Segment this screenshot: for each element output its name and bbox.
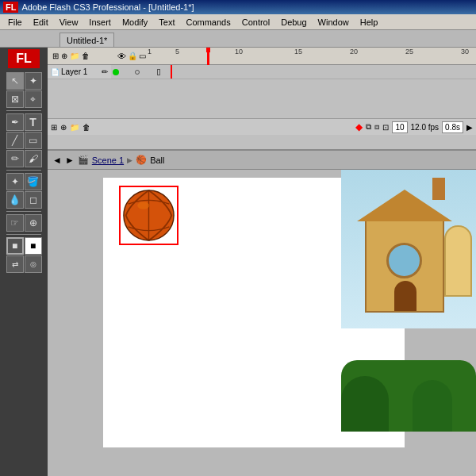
- default-colors[interactable]: ◎: [25, 255, 42, 273]
- tree-detail-2: [413, 380, 452, 432]
- timeline-header: ⊞ ⊕ 📁 🗑 👁 🔒 ▭ 1 5 10 15 20 25: [48, 48, 476, 65]
- nav-fwd-icon[interactable]: ►: [65, 155, 75, 166]
- tl-expand-icon: ⊕: [61, 52, 67, 60]
- tl-scroll-right[interactable]: ▶: [466, 123, 473, 132]
- menu-commands[interactable]: Commands: [181, 16, 235, 29]
- text-tool[interactable]: T: [25, 113, 42, 131]
- tl-ctrl-folder: 📁: [70, 123, 79, 132]
- main-layout: FL ↖ ✦ ⊠ ⌖ ✒ T ╱ ▭ ✏ 🖌 ✦ 🪣 💧 ◻: [0, 48, 476, 476]
- tool-sep-4: [6, 234, 41, 235]
- ruler-5: 5: [175, 48, 179, 56]
- eraser-tool[interactable]: ◻: [25, 191, 42, 209]
- eyedropper-tool[interactable]: 💧: [6, 191, 24, 209]
- house-door: [394, 281, 416, 311]
- pencil-icon: ✏: [102, 67, 108, 76]
- color-row-1: ■ ■: [6, 237, 42, 255]
- time-display: 0.8s: [442, 121, 463, 133]
- swap-colors[interactable]: ⇄: [6, 255, 24, 273]
- current-symbol: Ball: [150, 155, 164, 165]
- playhead[interactable]: [207, 48, 209, 65]
- stroke-color[interactable]: ■: [6, 237, 24, 255]
- house-silo: [444, 225, 472, 297]
- pen-tool[interactable]: ✒: [6, 113, 24, 131]
- tl-copy-frames[interactable]: ⧉: [366, 122, 371, 132]
- ruler-30: 30: [461, 48, 469, 56]
- left-toolbar: FL ↖ ✦ ⊠ ⌖ ✒ T ╱ ▭ ✏ 🖌 ✦ 🪣 💧 ◻: [0, 48, 48, 476]
- ruler-25: 25: [405, 48, 413, 56]
- color-row-2: ⇄ ◎: [6, 255, 42, 273]
- tl-frame-icon: ▭: [139, 52, 146, 60]
- brush-tool[interactable]: 🖌: [25, 150, 42, 167]
- menu-edit[interactable]: Edit: [29, 16, 53, 29]
- fl-logo: FL: [3, 2, 18, 13]
- tool-row-8: ☞ ⊕: [6, 214, 42, 232]
- menu-bar: File Edit View Insert Modify Text Comman…: [0, 14, 476, 30]
- tl-eye-icon: 👁: [117, 52, 126, 61]
- document-tab[interactable]: Untitled-1*: [60, 33, 114, 47]
- select-tool[interactable]: ↖: [6, 72, 24, 90]
- timeline-area: ⊞ ⊕ 📁 🗑 👁 🔒 ▭ 1 5 10 15 20 25: [48, 48, 476, 151]
- ruler-1: 1: [148, 48, 152, 56]
- tl-onion-skin[interactable]: ⊡: [382, 123, 389, 132]
- lasso-tool[interactable]: ⌖: [25, 90, 42, 108]
- menu-modify[interactable]: Modify: [117, 16, 152, 29]
- bucket-tool[interactable]: 🪣: [25, 173, 42, 190]
- menu-text[interactable]: Text: [154, 16, 179, 29]
- fill-color[interactable]: ■: [25, 237, 42, 255]
- ball-icon: 🏀: [136, 155, 147, 165]
- svg-point-1: [137, 202, 149, 209]
- canvas-area[interactable]: [48, 170, 476, 476]
- layer-label[interactable]: Layer 1: [61, 67, 87, 76]
- nav-back-icon[interactable]: ◄: [52, 155, 62, 166]
- timeline-layer: 📄 Layer 1 ✏: [48, 65, 476, 79]
- house-window: [386, 243, 422, 278]
- tool-sep-1: [6, 110, 41, 111]
- tab-bar: Untitled-1*: [0, 30, 476, 48]
- tl-trash-icon[interactable]: 🗑: [82, 52, 90, 60]
- tool-row-2: ⊠ ⌖: [6, 90, 42, 108]
- menu-help[interactable]: Help: [355, 16, 383, 29]
- tl-add-keyframe[interactable]: ◆: [355, 121, 363, 132]
- tool-row-5: ✏ 🖌: [6, 150, 42, 167]
- basketball-svg: [122, 189, 175, 242]
- scene-icon: 🎬: [78, 155, 89, 165]
- pencil-tool[interactable]: ✏: [6, 150, 24, 167]
- house-chimney: [432, 178, 445, 200]
- frame-hollow: [135, 70, 140, 75]
- breadcrumb-bar: ◄ ► 🎬 Scene 1 ▶ 🏀 Ball: [48, 151, 476, 170]
- tl-lock-icon: 🔒: [128, 52, 137, 60]
- layer-icon: 📄: [51, 68, 60, 76]
- subselect-tool[interactable]: ✦: [25, 72, 42, 90]
- line-tool[interactable]: ╱: [6, 132, 24, 149]
- menu-window[interactable]: Window: [313, 16, 354, 29]
- menu-debug[interactable]: Debug: [276, 16, 311, 29]
- house-background: [341, 170, 476, 432]
- breadcrumb-sep: ▶: [127, 156, 132, 164]
- tl-ctrl-grid: ⊞: [51, 123, 57, 132]
- basketball-selection[interactable]: [119, 186, 178, 245]
- layer-1-name: 📄 Layer 1 ✏: [48, 67, 111, 76]
- zoom-tool[interactable]: ⊕: [25, 214, 42, 232]
- menu-insert[interactable]: Insert: [84, 16, 116, 29]
- tl-paste-frames[interactable]: ⧈: [374, 122, 379, 132]
- menu-file[interactable]: File: [3, 16, 27, 29]
- tool-row-3: ✒ T: [6, 113, 42, 131]
- keyframe-1: [113, 69, 119, 75]
- tl-ctrl-trash[interactable]: 🗑: [83, 123, 90, 132]
- title-bar: FL Adobe Flash CS3 Professional - [Untit…: [0, 0, 476, 14]
- rectangle-tool[interactable]: ▭: [25, 132, 42, 149]
- tl-folder-icon: 📁: [70, 52, 79, 60]
- tl-grid-icon: ⊞: [52, 52, 59, 60]
- ruler-10: 10: [235, 48, 243, 56]
- hand-tool[interactable]: ☞: [6, 214, 24, 232]
- menu-view[interactable]: View: [55, 16, 83, 29]
- frame-rect: [157, 69, 160, 75]
- inkbottle-tool[interactable]: ✦: [6, 173, 24, 190]
- free-transform-tool[interactable]: ⊠: [6, 90, 24, 108]
- frame-playhead: [171, 65, 172, 79]
- scene-link[interactable]: Scene 1: [92, 155, 124, 165]
- timeline-empty: [48, 79, 476, 119]
- menu-control[interactable]: Control: [237, 16, 274, 29]
- tool-row-6: ✦ 🪣: [6, 173, 42, 190]
- tool-row-4: ╱ ▭: [6, 132, 42, 149]
